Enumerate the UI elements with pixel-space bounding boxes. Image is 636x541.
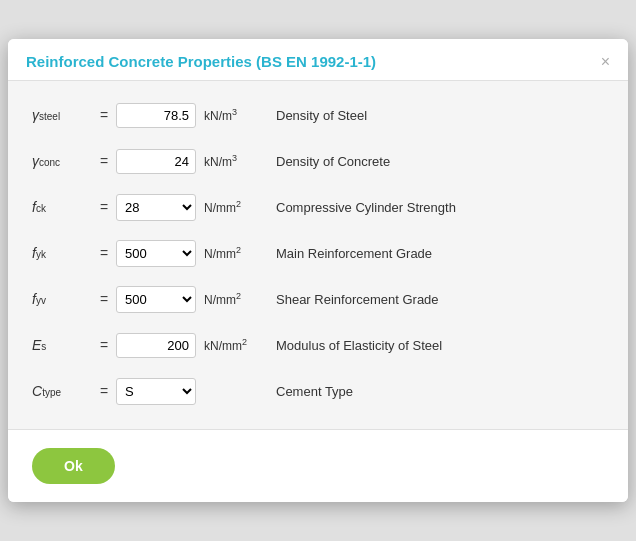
input-wrap-gamma-steel: [116, 103, 196, 128]
prop-label-fyk: fyk: [32, 245, 92, 261]
dialog-footer: Ok: [8, 429, 628, 502]
label-sub: yk: [36, 249, 46, 260]
label-main: C: [32, 383, 42, 399]
equals-sign: =: [92, 107, 116, 123]
label-main: E: [32, 337, 41, 353]
desc-gamma-steel: Density of Steel: [276, 108, 604, 123]
desc-fck: Compressive Cylinder Strength: [276, 200, 604, 215]
desc-ctype: Cement Type: [276, 384, 604, 399]
close-button[interactable]: ×: [601, 54, 610, 70]
select-fyk[interactable]: 400450500600: [116, 240, 196, 267]
prop-label-fyv: fyv: [32, 291, 92, 307]
prop-label-es: Es: [32, 337, 92, 353]
label-sub: ck: [36, 203, 46, 214]
input-gamma-conc[interactable]: [116, 149, 196, 174]
dialog-header: Reinforced Concrete Properties (BS EN 19…: [8, 39, 628, 81]
dialog-body: γsteel=kN/m3Density of Steelγconc=kN/m3D…: [8, 81, 628, 429]
input-wrap-ctype: NRS: [116, 378, 196, 405]
input-wrap-gamma-conc: [116, 149, 196, 174]
property-row-ctype: Ctype=NRSCement Type: [32, 373, 604, 409]
prop-label-gamma-steel: γsteel: [32, 107, 92, 123]
dialog-title: Reinforced Concrete Properties (BS EN 19…: [26, 53, 376, 70]
prop-label-fck: fck: [32, 199, 92, 215]
label-sub: s: [41, 341, 46, 352]
unit-fyk: N/mm2: [196, 245, 276, 261]
unit-gamma-steel: kN/m3: [196, 107, 276, 123]
select-fyv[interactable]: 400450500600: [116, 286, 196, 313]
select-ctype[interactable]: NRS: [116, 378, 196, 405]
property-row-gamma-steel: γsteel=kN/m3Density of Steel: [32, 97, 604, 133]
unit-gamma-conc: kN/m3: [196, 153, 276, 169]
equals-sign: =: [92, 291, 116, 307]
property-row-fck: fck=202528303235404550N/mm2Compressive C…: [32, 189, 604, 225]
property-row-gamma-conc: γconc=kN/m3Density of Concrete: [32, 143, 604, 179]
label-sub: type: [42, 387, 61, 398]
equals-sign: =: [92, 383, 116, 399]
label-sub: steel: [39, 111, 60, 122]
input-gamma-steel[interactable]: [116, 103, 196, 128]
input-wrap-fck: 202528303235404550: [116, 194, 196, 221]
property-row-fyk: fyk=400450500600N/mm2Main Reinforcement …: [32, 235, 604, 271]
input-wrap-fyv: 400450500600: [116, 286, 196, 313]
unit-fck: N/mm2: [196, 199, 276, 215]
label-sub: conc: [39, 157, 60, 168]
property-row-fyv: fyv=400450500600N/mm2Shear Reinforcement…: [32, 281, 604, 317]
prop-label-gamma-conc: γconc: [32, 153, 92, 169]
unit-fyv: N/mm2: [196, 291, 276, 307]
equals-sign: =: [92, 153, 116, 169]
label-main: γ: [32, 107, 39, 123]
property-row-es: Es=kN/mm2Modulus of Elasticity of Steel: [32, 327, 604, 363]
equals-sign: =: [92, 199, 116, 215]
equals-sign: =: [92, 337, 116, 353]
reinforced-concrete-dialog: Reinforced Concrete Properties (BS EN 19…: [8, 39, 628, 502]
unit-es: kN/mm2: [196, 337, 276, 353]
desc-es: Modulus of Elasticity of Steel: [276, 338, 604, 353]
label-sub: yv: [36, 295, 46, 306]
input-es[interactable]: [116, 333, 196, 358]
ok-button[interactable]: Ok: [32, 448, 115, 484]
prop-label-ctype: Ctype: [32, 383, 92, 399]
label-main: γ: [32, 153, 39, 169]
desc-fyv: Shear Reinforcement Grade: [276, 292, 604, 307]
input-wrap-fyk: 400450500600: [116, 240, 196, 267]
input-wrap-es: [116, 333, 196, 358]
select-fck[interactable]: 202528303235404550: [116, 194, 196, 221]
desc-fyk: Main Reinforcement Grade: [276, 246, 604, 261]
desc-gamma-conc: Density of Concrete: [276, 154, 604, 169]
equals-sign: =: [92, 245, 116, 261]
